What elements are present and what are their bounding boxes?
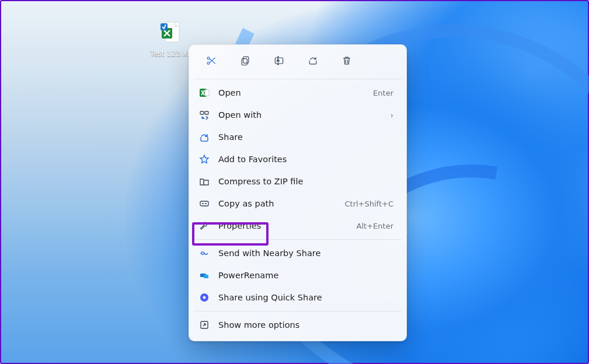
menu-item-label: Share using Quick Share [218, 293, 393, 302]
menu-item-properties[interactable]: Properties Alt+Enter [189, 215, 406, 237]
svg-point-3 [207, 57, 210, 59]
menu-item-compress-zip[interactable]: Compress to ZIP file [189, 170, 406, 192]
trash-icon [341, 55, 353, 68]
wrench-icon [198, 220, 210, 232]
menu-item-label: Share [218, 132, 393, 142]
copy-path-icon [198, 198, 210, 209]
menu-item-add-favorites[interactable]: Add to Favorites [189, 148, 406, 170]
svg-point-4 [207, 62, 210, 64]
cut-button[interactable] [203, 53, 219, 69]
svg-rect-5 [243, 57, 249, 63]
powerrename-icon [198, 270, 210, 281]
menu-item-label: Copy as path [218, 199, 336, 208]
expand-icon [198, 319, 210, 331]
open-with-icon [198, 109, 210, 121]
menu-item-powerrename[interactable]: PowerRename [189, 264, 406, 286]
windows-desktop: Test 123.xls [0, 0, 589, 364]
context-menu: Open Enter Open with › Share Add to Favo… [189, 44, 407, 341]
menu-item-quick-share[interactable]: Share using Quick Share [189, 286, 406, 309]
share-button[interactable] [305, 53, 321, 69]
nearby-share-icon [198, 247, 210, 259]
menu-item-copy-path[interactable]: Copy as path Ctrl+Shift+C [189, 192, 406, 215]
desktop-file-label: Test 123.xls [150, 49, 192, 58]
svg-rect-12 [200, 201, 208, 206]
desktop-file[interactable]: Test 123.xls [150, 19, 192, 59]
copy-icon [239, 55, 251, 68]
zip-folder-icon [198, 176, 210, 187]
menu-item-open[interactable]: Open Enter [189, 82, 406, 104]
delete-button[interactable] [339, 53, 355, 69]
menu-item-show-more-options[interactable]: Show more options [189, 314, 406, 336]
menu-separator [194, 239, 402, 240]
menu-item-label: Open [218, 88, 365, 97]
scissors-icon [205, 55, 217, 68]
chevron-right-icon: › [391, 111, 393, 120]
rename-icon [273, 55, 285, 68]
menu-item-label: Properties [218, 221, 348, 230]
menu-item-label: Show more options [218, 320, 393, 330]
menu-item-open-with[interactable]: Open with › [189, 104, 406, 126]
svg-rect-11 [205, 111, 208, 114]
menu-item-label: Send with Nearby Share [218, 249, 393, 258]
menu-item-label: Compress to ZIP file [218, 177, 393, 186]
menu-item-share[interactable]: Share [189, 126, 406, 148]
quick-share-icon [198, 292, 210, 303]
svg-rect-10 [200, 111, 204, 114]
menu-item-label: Add to Favorites [218, 155, 393, 164]
rename-button[interactable] [271, 53, 287, 69]
menu-item-label: Open with [218, 110, 382, 120]
menu-item-label: PowerRename [218, 271, 393, 280]
menu-item-nearby-share[interactable]: Send with Nearby Share [189, 242, 406, 264]
svg-rect-14 [204, 275, 208, 278]
svg-rect-9 [205, 90, 209, 96]
copy-button[interactable] [237, 53, 253, 69]
excel-file-icon [158, 20, 184, 47]
context-menu-action-row [189, 48, 406, 76]
menu-item-shortcut: Enter [373, 89, 393, 97]
menu-separator [194, 311, 402, 312]
menu-item-shortcut: Alt+Enter [357, 222, 393, 230]
star-icon [198, 153, 210, 165]
svg-rect-6 [242, 58, 247, 65]
share-icon [198, 131, 210, 143]
menu-item-shortcut: Ctrl+Shift+C [344, 200, 393, 208]
excel-icon [198, 87, 210, 99]
share-arrow-icon [307, 55, 319, 68]
menu-separator [194, 79, 402, 79]
